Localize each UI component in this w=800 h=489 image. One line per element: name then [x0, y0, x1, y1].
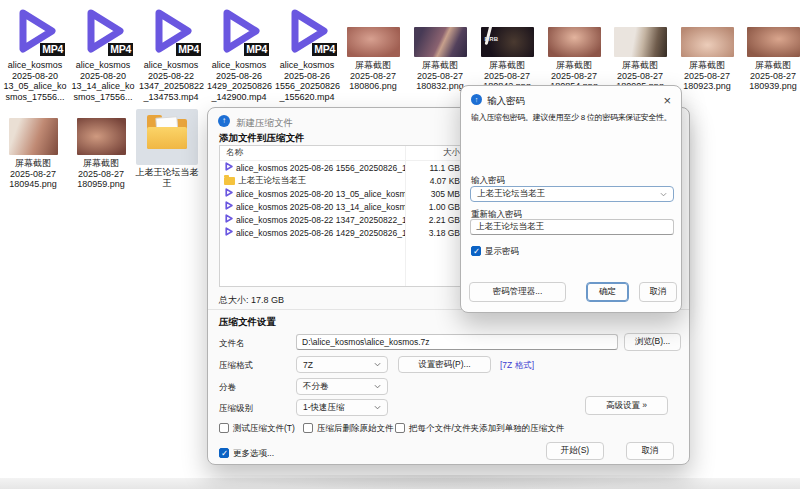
set-password-button-label: 设置密码(P)...: [418, 359, 470, 371]
dialog-title: 新建压缩文件: [236, 117, 293, 130]
file-label: 屏幕截图 2025-08-27 180806.png: [344, 60, 402, 92]
desktop-screenshot-file[interactable]: 屏幕截图 2025-08-27 180832.png: [411, 27, 469, 92]
reenter-password-input[interactable]: 上老王论坛当老王: [470, 219, 674, 235]
password-manager-button[interactable]: 密码管理器...: [469, 282, 566, 302]
ok-button[interactable]: 确定: [586, 282, 629, 302]
file-label: alice_kosmos 2025-08-20 13_14_alice_ko s…: [71, 60, 135, 102]
dialog-shadow: [210, 475, 690, 489]
volume-value: 不分卷: [303, 381, 329, 393]
more-options-checkbox[interactable]: 更多选项...: [219, 448, 274, 460]
chevron-down-icon: [374, 362, 381, 367]
thumbnail: [614, 27, 667, 57]
file-size: 2.21 GB: [405, 215, 468, 225]
desktop-video-file[interactable]: MP4 alice_kosmos 2025-08-20 13_14_alice_…: [71, 4, 135, 102]
add-files-section-title: 添加文件到压缩文件: [219, 132, 305, 145]
password-description: 输入压缩包密码。建议使用至少 8 位的密码来保证安全性。: [471, 112, 677, 123]
chevron-down-icon: [660, 192, 667, 197]
chevron-down-icon: [374, 405, 381, 410]
desktop-video-file[interactable]: MP4 alice_kosmos 2025-08-26 1429_2025082…: [207, 4, 271, 102]
desktop-screenshot-file[interactable]: 屏幕截图 2025-08-27 180905.png: [611, 27, 669, 92]
total-size-text: 总大小: 17.8 GB: [219, 294, 284, 307]
thumbnail: [548, 27, 601, 57]
more-options-label: 更多选项...: [233, 448, 274, 458]
delete-after-checkbox[interactable]: 压缩后删除原始文件: [303, 423, 394, 435]
start-button-label: 开始(S): [561, 445, 589, 457]
app-icon: ↑: [218, 115, 230, 127]
settings-section-title: 压缩文件设置: [219, 316, 276, 329]
checkbox-unchecked[interactable]: [395, 423, 405, 433]
file-size: 305 MB: [405, 189, 468, 199]
file-label: 屏幕截图 2025-08-27 180945.png: [4, 158, 62, 190]
play-icon: MP4: [211, 4, 267, 58]
desktop-screenshot-file[interactable]: 屏幕截图 2025-08-27 180945.png: [4, 118, 62, 190]
play-icon: MP4: [279, 4, 335, 58]
checkbox-checked[interactable]: [219, 448, 229, 458]
thumbnail: [414, 27, 467, 57]
checkbox-checked[interactable]: [471, 246, 481, 256]
password-manager-button-label: 密码管理器...: [493, 286, 543, 298]
mp4-badge: MP4: [40, 43, 65, 56]
play-icon: MP4: [143, 4, 199, 58]
file-label: alice_kosmos 2025-08-20 13_05_alice_ko s…: [3, 60, 67, 102]
browse-button[interactable]: 浏览(B)...: [624, 333, 681, 351]
folder-front: [147, 127, 187, 149]
start-button[interactable]: 开始(S): [546, 442, 604, 460]
file-label: alice_kosmos 2025-08-22 1347_20250822 _1…: [139, 60, 203, 102]
show-password-label: 显示密码: [485, 246, 519, 256]
password-value: 上老王论坛当老王: [477, 188, 545, 200]
file-size: 4.07 KB: [405, 176, 468, 186]
password-combobox[interactable]: 上老王论坛当老王: [470, 186, 674, 202]
cancel-button[interactable]: 取消: [639, 282, 677, 302]
desktop-screenshot-file[interactable]: 屏幕截图 2025-08-27 180854.png: [545, 27, 603, 92]
mp4-badge: MP4: [312, 43, 337, 56]
desktop-video-file[interactable]: MP4 alice_kosmos 2025-08-20 13_05_alice_…: [3, 4, 67, 102]
desktop-screenshot-file[interactable]: 屏幕截图 2025-08-27 180959.png: [72, 118, 130, 190]
format-info-link[interactable]: [7Z 格式]: [500, 360, 534, 372]
mp4-badge: MP4: [176, 43, 201, 56]
checkbox-unchecked[interactable]: [303, 423, 313, 433]
desktop-video-file[interactable]: MP4 alice_kosmos 2025-08-22 1347_2025082…: [139, 4, 203, 102]
close-icon[interactable]: ×: [663, 94, 671, 107]
dialog-title: 输入密码: [487, 95, 525, 108]
file-size: 1.00 GB: [405, 202, 468, 212]
column-header-name[interactable]: 名称: [220, 147, 405, 159]
video-file-icon: [224, 214, 233, 225]
video-file-icon: [224, 188, 233, 199]
thumbnail: [9, 118, 58, 155]
separate-archives-checkbox[interactable]: 把每个文件/文件夹添加到单独的压缩文件: [395, 423, 564, 435]
file-label: alice_kosmos 2025-08-26 1429_20250826 _1…: [207, 60, 271, 102]
video-file-icon: [224, 201, 233, 212]
desktop-screenshot-file[interactable]: 屏幕截图 2025-08-27 180939.png: [744, 27, 800, 92]
volume-select[interactable]: 不分卷: [296, 378, 388, 395]
file-label: 屏幕截图 2025-08-27 180959.png: [72, 158, 130, 190]
desktop-screenshot-file[interactable]: 屏幕截图 2025-08-27 180806.png: [344, 27, 402, 92]
folder-icon[interactable]: [147, 115, 187, 149]
file-name: alice_kosmos 2025-08-26 1429_20250826_14…: [236, 228, 405, 238]
desktop-screenshot-file[interactable]: BRB 屏幕截图 2025-08-27 180842.png: [478, 27, 536, 92]
format-select[interactable]: 7Z: [296, 356, 388, 373]
enter-password-dialog: ↑ 输入密码 × 输入压缩包密码。建议使用至少 8 位的密码来保证安全性。 输入…: [460, 85, 682, 313]
advanced-settings-button-label: 高级设置 »: [606, 400, 647, 412]
format-label: 压缩格式: [219, 360, 253, 372]
desktop-screenshot-file[interactable]: 屏幕截图 2025-08-27 180923.png: [678, 27, 736, 92]
desktop-folder-label[interactable]: 上老王论坛当老 王: [132, 167, 202, 188]
play-icon: MP4: [7, 4, 63, 58]
desktop-video-file[interactable]: MP4 alice_kosmos 2025-08-26 1556_2025082…: [275, 4, 339, 102]
cancel-button[interactable]: 取消: [626, 442, 674, 460]
filename-input[interactable]: D:\alice_kosmos\alice_kosmos.7z: [296, 334, 618, 350]
video-file-icon: [224, 162, 233, 173]
advanced-settings-button[interactable]: 高级设置 »: [585, 396, 668, 415]
cancel-button-label: 取消: [642, 445, 659, 457]
filename-label: 文件名: [219, 338, 245, 350]
column-header-size[interactable]: 大小: [405, 147, 468, 159]
volume-label: 分卷: [219, 382, 236, 394]
column-divider: [405, 146, 406, 286]
test-archive-checkbox[interactable]: 测试压缩文件(T): [219, 423, 295, 435]
level-select[interactable]: 1-快速压缩: [296, 399, 388, 416]
browse-button-label: 浏览(B)...: [635, 336, 670, 348]
show-password-checkbox[interactable]: 显示密码: [471, 246, 519, 258]
checkbox-unchecked[interactable]: [219, 423, 229, 433]
set-password-button[interactable]: 设置密码(P)...: [398, 356, 491, 373]
file-label: 屏幕截图 2025-08-27 180939.png: [744, 60, 800, 92]
file-name: 上老王论坛当老王: [238, 175, 306, 187]
